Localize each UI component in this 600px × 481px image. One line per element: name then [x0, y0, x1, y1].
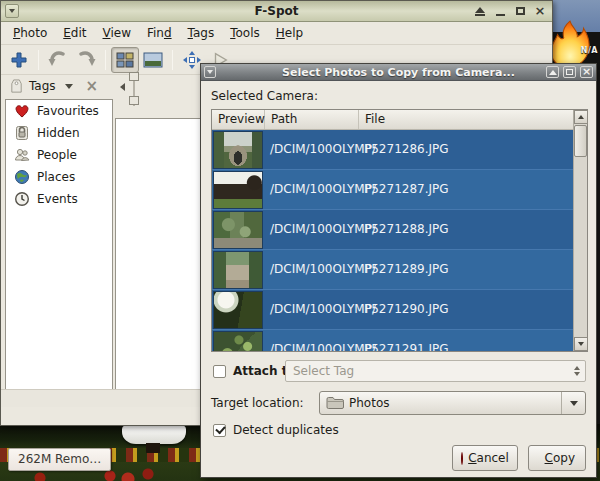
- row-path: /DCIM/100OLYMP/: [270, 342, 376, 351]
- chevron-down-icon[interactable]: [65, 84, 73, 89]
- copy-button[interactable]: Copy: [528, 445, 586, 471]
- row-file: P5271287.JPG: [364, 182, 449, 196]
- detect-duplicates-checkbox[interactable]: [213, 424, 226, 437]
- scrollbar[interactable]: [573, 110, 587, 351]
- copy-label: Copy: [545, 451, 575, 465]
- menu-photo[interactable]: Photo: [5, 23, 55, 43]
- attach-tag-checkbox[interactable]: [213, 365, 226, 378]
- tag-icon: [9, 79, 24, 94]
- detect-duplicates-label[interactable]: Detect duplicates: [233, 423, 339, 437]
- column-header-path[interactable]: Path: [265, 110, 359, 129]
- menu-help[interactable]: Help: [268, 23, 311, 43]
- maximize-icon: [516, 7, 525, 15]
- fspot-titlebar[interactable]: F-Spot ×: [1, 1, 552, 22]
- photo-thumbnail: [213, 251, 263, 289]
- dialog-close-button[interactable]: ×: [580, 66, 593, 78]
- table-row[interactable]: /DCIM/100OLYMP/ P5271291.JPG: [212, 330, 573, 351]
- window-menu-icon: [9, 9, 15, 13]
- column-header-preview[interactable]: Preview: [212, 110, 265, 129]
- single-image-icon: [143, 52, 163, 68]
- scroll-up-button[interactable]: [574, 110, 588, 124]
- table-header: Preview Path File: [212, 110, 573, 130]
- table-row[interactable]: /DCIM/100OLYMP/ P5271290.JPG: [212, 290, 573, 330]
- menu-find[interactable]: Find: [139, 23, 180, 43]
- dialog-window-menu-button[interactable]: [204, 66, 216, 78]
- row-path: /DCIM/100OLYMP/: [270, 222, 376, 236]
- desktop: N/A F-Spot × Photo Edit View Find Tags T…: [0, 0, 600, 481]
- shade-icon: [475, 7, 485, 13]
- row-path: /DCIM/100OLYMP/: [270, 142, 376, 156]
- tags-panel: Tags × Favourites Hidden People: [5, 75, 113, 407]
- cancel-stop-icon: [461, 452, 463, 465]
- photo-thumbnail: [213, 211, 263, 249]
- close-button[interactable]: ×: [533, 4, 547, 18]
- target-location-combo[interactable]: Photos: [319, 391, 586, 415]
- tag-item-places[interactable]: Places: [6, 166, 112, 188]
- people-icon: [14, 147, 30, 163]
- selected-camera-label: Selected Camera:: [211, 89, 318, 103]
- collapse-pane-icon[interactable]: [120, 83, 125, 91]
- table-row[interactable]: /DCIM/100OLYMP/ P5271287.JPG: [212, 170, 573, 210]
- tag-label: Events: [37, 192, 78, 206]
- shade-icon: [549, 70, 557, 75]
- maximize-icon: [566, 69, 573, 75]
- tag-label: Places: [37, 170, 75, 184]
- rotate-right-button[interactable]: [72, 47, 100, 73]
- plus-icon: [9, 50, 29, 70]
- select-tag-combo[interactable]: Select Tag: [285, 360, 586, 382]
- column-header-file[interactable]: File: [359, 110, 573, 129]
- browse-view-button[interactable]: [111, 47, 139, 73]
- rotate-right-icon: [75, 50, 97, 70]
- zoom-slider[interactable]: [129, 72, 139, 106]
- photo-list[interactable]: Preview Path File /DCIM/100OLYMP/ P52712…: [212, 110, 573, 351]
- table-row[interactable]: /DCIM/100OLYMP/ P5271288.JPG: [212, 210, 573, 250]
- scroll-down-button[interactable]: [574, 337, 588, 351]
- tag-item-people[interactable]: People: [6, 144, 112, 166]
- tag-item-hidden[interactable]: Hidden: [6, 122, 112, 144]
- tags-panel-header[interactable]: Tags ×: [5, 75, 113, 97]
- table-row[interactable]: /DCIM/100OLYMP/ P5271286.JPG: [212, 130, 573, 170]
- tag-label: Hidden: [37, 126, 80, 140]
- table-row[interactable]: /DCIM/100OLYMP/ P5271289.JPG: [212, 250, 573, 290]
- tag-label: Favourites: [37, 104, 99, 118]
- slider-handle[interactable]: [129, 72, 139, 81]
- chevron-down-icon: [570, 401, 578, 406]
- row-file: P5271289.JPG: [364, 262, 449, 276]
- photo-thumbnail: [213, 331, 263, 351]
- arrow-up-icon: [578, 115, 584, 119]
- tag-item-events[interactable]: Events: [6, 188, 112, 210]
- row-path: /DCIM/100OLYMP/: [270, 262, 376, 276]
- menu-view[interactable]: View: [95, 23, 139, 43]
- dialog-titlebar[interactable]: Select Photos to Copy from Camera... ×: [201, 64, 596, 81]
- slider-handle[interactable]: [129, 96, 139, 105]
- close-icon: ×: [582, 67, 591, 77]
- menu-tools[interactable]: Tools: [222, 23, 268, 43]
- toolbar-separator: [38, 50, 39, 70]
- window-menu-button[interactable]: [5, 4, 19, 18]
- scrollbar-thumb[interactable]: [574, 125, 587, 157]
- tag-item-favourites[interactable]: Favourites: [6, 100, 112, 122]
- menu-edit[interactable]: Edit: [55, 23, 94, 43]
- dropdown-button[interactable]: [561, 392, 585, 414]
- menubar: Photo Edit View Find Tags Tools Help: [1, 22, 552, 45]
- row-path: /DCIM/100OLYMP/: [270, 302, 376, 316]
- minimize-icon: [496, 14, 505, 16]
- menu-tags[interactable]: Tags: [180, 23, 223, 43]
- import-button[interactable]: [5, 47, 33, 73]
- row-file: P5271290.JPG: [364, 302, 449, 316]
- wallpaper-overlay-text: N/A: [581, 46, 598, 55]
- minimize-button[interactable]: [493, 4, 507, 18]
- shade-button[interactable]: [473, 4, 487, 18]
- close-icon: ×: [535, 5, 546, 17]
- tags-panel-close-icon[interactable]: ×: [86, 79, 99, 93]
- toolbar-separator: [172, 50, 173, 70]
- edit-image-button[interactable]: [139, 47, 167, 73]
- copy-icon: [539, 451, 540, 466]
- spinner-icon[interactable]: [574, 366, 585, 376]
- rotate-left-button[interactable]: [44, 47, 72, 73]
- cancel-button[interactable]: Cancel: [452, 445, 518, 471]
- dialog-shade-button[interactable]: [546, 66, 559, 78]
- dialog-maximize-button[interactable]: [563, 66, 576, 78]
- maximize-button[interactable]: [513, 4, 527, 18]
- tags-list: Favourites Hidden People Places: [5, 99, 113, 407]
